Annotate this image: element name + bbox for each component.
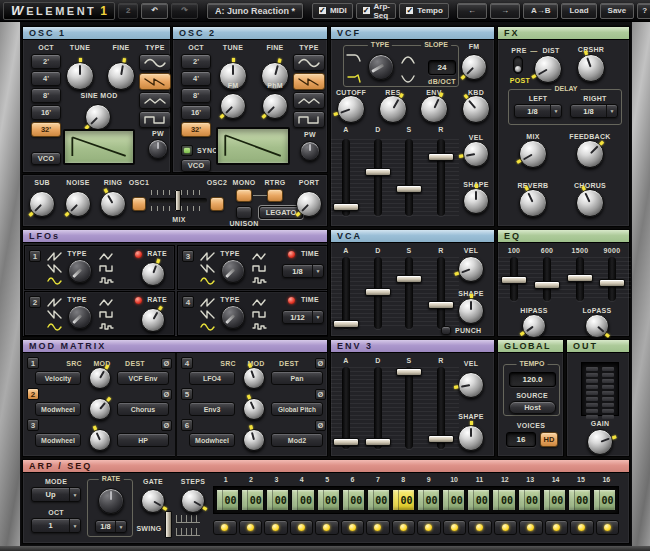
arp-gate-knob[interactable] bbox=[141, 489, 165, 513]
save-button[interactable]: Save bbox=[600, 3, 635, 19]
mod-row3-src-button[interactable]: Modwheel bbox=[35, 433, 81, 447]
global-hd-button[interactable]: HD bbox=[540, 432, 558, 447]
lfo2-type-knob[interactable] bbox=[68, 305, 92, 329]
step-cell-5[interactable]: 00 bbox=[317, 489, 340, 511]
mod-row4-badge[interactable]: 4 bbox=[181, 357, 193, 369]
mod-row1-amount-knob[interactable] bbox=[89, 367, 111, 389]
vcf-type-selector-knob[interactable] bbox=[368, 54, 394, 80]
midi-checkbox[interactable]: ✓ MIDI bbox=[312, 3, 353, 19]
mod-row2-dest-button[interactable]: Chorus bbox=[117, 402, 169, 416]
vcf-res-knob[interactable] bbox=[379, 95, 407, 123]
vcf-shape-knob[interactable] bbox=[463, 188, 489, 214]
step-on-button-5[interactable] bbox=[315, 520, 339, 535]
lfo-sine-icon[interactable] bbox=[200, 276, 215, 285]
step-on-button-11[interactable] bbox=[468, 520, 492, 535]
lfo-random-icon[interactable] bbox=[252, 322, 267, 331]
mod-row6-dest-button[interactable]: Mod2 bbox=[271, 433, 323, 447]
lfo2-rate-knob[interactable] bbox=[141, 308, 165, 332]
global-source-dropdown[interactable]: Host bbox=[509, 401, 556, 414]
osc1-oct-16[interactable]: 16' bbox=[31, 105, 61, 120]
lfo4-time-dropdown[interactable]: 1/12 bbox=[282, 310, 324, 324]
mod-row4-dest-button[interactable]: Pan bbox=[271, 371, 323, 385]
slider-handle[interactable] bbox=[599, 279, 625, 287]
eq-band-100-slider[interactable] bbox=[501, 257, 527, 301]
slider-handle[interactable] bbox=[396, 185, 422, 193]
mod-row3-badge[interactable]: 3 bbox=[27, 419, 39, 431]
mix-osc1-button[interactable] bbox=[132, 197, 146, 211]
global-voices-value[interactable]: 16 bbox=[506, 432, 536, 447]
lfo-random-icon[interactable] bbox=[99, 322, 114, 331]
slider-handle[interactable] bbox=[501, 276, 527, 284]
lfo4-type-knob[interactable] bbox=[221, 305, 245, 329]
env3-shape-knob[interactable] bbox=[458, 425, 484, 451]
ring-knob[interactable] bbox=[100, 191, 126, 217]
vcf-type-bp-icon[interactable] bbox=[400, 54, 416, 64]
vca-sustain-slider[interactable] bbox=[396, 257, 422, 329]
lfo-rampup-icon[interactable] bbox=[200, 298, 215, 307]
step-on-button-15[interactable] bbox=[570, 520, 594, 535]
osc1-oct-8[interactable]: 8' bbox=[31, 88, 61, 103]
osc1-oct-32[interactable]: 32' bbox=[31, 122, 61, 137]
step-on-button-1[interactable] bbox=[213, 520, 237, 535]
osc2-pw-knob[interactable] bbox=[300, 141, 320, 161]
fx-mix-knob[interactable] bbox=[519, 140, 547, 168]
step-cell-4[interactable]: 00 bbox=[291, 489, 314, 511]
step-on-button-4[interactable] bbox=[290, 520, 314, 535]
mix-slider-handle[interactable] bbox=[175, 190, 181, 211]
lfo-square-icon[interactable] bbox=[252, 264, 267, 273]
mod-row3-amount-knob[interactable] bbox=[89, 429, 111, 451]
unison-button[interactable] bbox=[236, 206, 252, 219]
env3-sustain-slider[interactable] bbox=[396, 367, 422, 449]
mod-row1-phase-button[interactable]: Ø bbox=[161, 358, 172, 369]
step-cell-13[interactable]: 00 bbox=[518, 489, 541, 511]
osc2-oct-4[interactable]: 4' bbox=[181, 71, 211, 86]
osc1-pw-knob[interactable] bbox=[148, 139, 168, 159]
arpseq-check-icon[interactable]: ✓ bbox=[362, 6, 371, 15]
slider-handle[interactable] bbox=[396, 368, 422, 376]
vcf-type-hp-icon[interactable] bbox=[346, 52, 362, 62]
lfo1-type-knob[interactable] bbox=[68, 259, 92, 283]
env3-release-slider[interactable] bbox=[428, 367, 454, 449]
help-button[interactable]: ? bbox=[637, 3, 650, 19]
lfo-sawdown-icon[interactable] bbox=[200, 264, 215, 273]
mod-row2-src-button[interactable]: Modwheel bbox=[35, 402, 81, 416]
mod-row6-phase-button[interactable]: Ø bbox=[315, 420, 326, 431]
preset-display[interactable]: A: Juno Reaction * bbox=[207, 3, 303, 19]
mod-row2-amount-knob[interactable] bbox=[89, 398, 111, 420]
eq-lopass-knob[interactable] bbox=[585, 314, 609, 338]
mod-row1-src-button[interactable]: Velocity bbox=[35, 371, 81, 385]
step-cell-10[interactable]: 00 bbox=[442, 489, 465, 511]
osc2-oct-32[interactable]: 32' bbox=[181, 122, 211, 137]
mod-row3-dest-button[interactable]: HP bbox=[117, 433, 169, 447]
osc2-wave-sine-button[interactable] bbox=[293, 54, 325, 71]
lfo1-rate-knob[interactable] bbox=[141, 262, 165, 286]
osc2-oct-8[interactable]: 8' bbox=[181, 88, 211, 103]
rtrg-button[interactable] bbox=[267, 189, 283, 202]
slider-handle[interactable] bbox=[567, 274, 593, 282]
sub-knob[interactable] bbox=[29, 191, 55, 217]
tempo-checkbox[interactable]: ✓ Tempo bbox=[399, 3, 449, 19]
vcf-decay-slider[interactable] bbox=[365, 139, 391, 216]
arp-steps-knob[interactable] bbox=[181, 489, 205, 513]
arp-oct-dropdown[interactable]: 1 bbox=[31, 518, 81, 533]
lfo-rampup-icon[interactable] bbox=[47, 252, 62, 261]
slider-handle[interactable] bbox=[365, 438, 391, 446]
global-tempo-value[interactable]: 120.0 bbox=[509, 372, 556, 387]
osc2-wave-square-button[interactable] bbox=[293, 111, 325, 128]
lfo-rampup-icon[interactable] bbox=[200, 252, 215, 261]
vca-decay-slider[interactable] bbox=[365, 257, 391, 329]
vcf-release-slider[interactable] bbox=[428, 139, 454, 216]
step-cell-2[interactable]: 00 bbox=[241, 489, 264, 511]
slider-handle[interactable] bbox=[333, 203, 359, 211]
fx-dist-knob[interactable] bbox=[534, 55, 562, 83]
step-cell-14[interactable]: 00 bbox=[543, 489, 566, 511]
out-gain-knob[interactable] bbox=[587, 429, 613, 455]
mod-row2-phase-button[interactable]: Ø bbox=[161, 389, 172, 400]
osc1-wave-saw-button[interactable] bbox=[139, 73, 171, 90]
osc2-wave-triangle-button[interactable] bbox=[293, 92, 325, 109]
slider-handle[interactable] bbox=[365, 288, 391, 296]
lfo-square-icon[interactable] bbox=[99, 264, 114, 273]
slider-handle[interactable] bbox=[365, 168, 391, 176]
env3-decay-slider[interactable] bbox=[365, 367, 391, 449]
eq-hipass-knob[interactable] bbox=[522, 314, 546, 338]
